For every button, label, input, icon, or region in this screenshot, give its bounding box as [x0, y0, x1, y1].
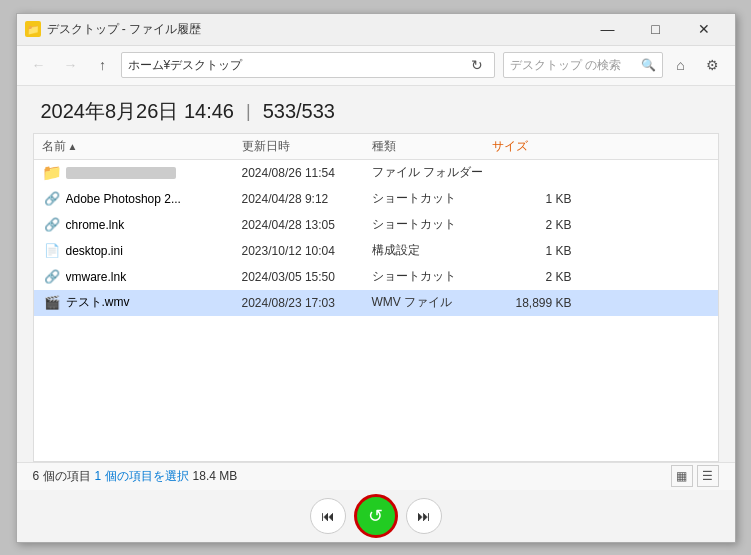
address-bar[interactable]: ホーム¥デスクトップ ↻	[121, 52, 495, 78]
file-name: desktop.ini	[66, 244, 242, 258]
wmv-icon: 🎬	[42, 293, 62, 313]
restore-button[interactable]: ↺	[354, 494, 398, 538]
column-name[interactable]: 名前 ▲	[42, 138, 242, 155]
shortcut-icon: 🔗	[42, 267, 62, 287]
view-details-button[interactable]: ▦	[671, 465, 693, 487]
file-type: ファイル フォルダー	[372, 164, 492, 181]
total-items: 6 個の項目	[33, 468, 91, 485]
sort-arrow: ▲	[68, 141, 78, 152]
status-left: 6 個の項目 1 個の項目を選択 18.4 MB	[33, 468, 238, 485]
table-row[interactable]: 🔗 chrome.lnk 2024/04/28 13:05 ショートカット 2 …	[34, 212, 718, 238]
title-bar: 📁 デスクトップ - ファイル履歴 — □ ✕	[17, 14, 735, 46]
settings-button[interactable]: ⚙	[699, 51, 727, 79]
nav-bar: ← → ↑ ホーム¥デスクトップ ↻ デスクトップ の検索 🔍 ⌂ ⚙	[17, 46, 735, 86]
table-row[interactable]: 📁 2024/08/26 11:54 ファイル フォルダー	[34, 160, 718, 186]
table-row[interactable]: 🔗 Adobe Photoshop 2... 2024/04/28 9:12 シ…	[34, 186, 718, 212]
file-size: 2 KB	[492, 270, 572, 284]
file-type: ショートカット	[372, 268, 492, 285]
title-bar-left: 📁 デスクトップ - ファイル履歴	[25, 21, 202, 38]
file-name: テスト.wmv	[66, 294, 242, 311]
maximize-button[interactable]: □	[633, 15, 679, 43]
file-size: 2 KB	[492, 218, 572, 232]
file-size: 1 KB	[492, 192, 572, 206]
column-size[interactable]: サイズ	[492, 138, 572, 155]
file-date: 2024/04/28 9:12	[242, 192, 372, 206]
file-type: ショートカット	[372, 216, 492, 233]
file-date: 2024/04/28 13:05	[242, 218, 372, 232]
folder-icon: 📁	[42, 163, 62, 183]
search-placeholder: デスクトップ の検索	[510, 57, 641, 74]
minimize-button[interactable]: —	[585, 15, 631, 43]
close-button[interactable]: ✕	[681, 15, 727, 43]
selected-items: 1 個の項目を選択	[95, 468, 189, 485]
file-name-blurred	[66, 167, 242, 179]
date-bar: 2024年8月26日 14:46 | 533/533	[17, 86, 735, 133]
column-date[interactable]: 更新日時	[242, 138, 372, 155]
shortcut-icon: 🔗	[42, 189, 62, 209]
file-name: chrome.lnk	[66, 218, 242, 232]
up-button[interactable]: ↑	[89, 51, 117, 79]
table-row[interactable]: 🔗 vmware.lnk 2024/03/05 15:50 ショートカット 2 …	[34, 264, 718, 290]
prev-button[interactable]: ⏮	[310, 498, 346, 534]
forward-button[interactable]: →	[57, 51, 85, 79]
file-name: Adobe Photoshop 2...	[66, 192, 242, 206]
table-row[interactable]: 📄 desktop.ini 2023/10/12 10:04 構成設定 1 KB	[34, 238, 718, 264]
file-count: 533/533	[263, 100, 335, 123]
table-row[interactable]: 🎬 テスト.wmv 2024/08/23 17:03 WMV ファイル 18,8…	[34, 290, 718, 316]
file-date: 2024/08/26 11:54	[242, 166, 372, 180]
file-type: 構成設定	[372, 242, 492, 259]
file-size: 1 KB	[492, 244, 572, 258]
title-bar-controls: — □ ✕	[585, 15, 727, 43]
file-type: WMV ファイル	[372, 294, 492, 311]
file-header: 名前 ▲ 更新日時 種類 サイズ	[34, 134, 718, 160]
shortcut-icon: 🔗	[42, 215, 62, 235]
file-area: 名前 ▲ 更新日時 種類 サイズ 📁 2024/08/26 11:54 ファイル…	[33, 133, 719, 462]
file-date: 2024/08/23 17:03	[242, 296, 372, 310]
column-type[interactable]: 種類	[372, 138, 492, 155]
ini-icon: 📄	[42, 241, 62, 261]
home-button[interactable]: ⌂	[667, 51, 695, 79]
window-title: デスクトップ - ファイル履歴	[47, 21, 202, 38]
date-display: 2024年8月26日 14:46	[41, 98, 234, 125]
window-icon: 📁	[25, 21, 41, 37]
main-window: 📁 デスクトップ - ファイル履歴 — □ ✕ ← → ↑ ホーム¥デスクトップ…	[16, 13, 736, 543]
selected-size: 18.4 MB	[193, 469, 238, 483]
file-size: 18,899 KB	[492, 296, 572, 310]
address-refresh-button[interactable]: ↻	[466, 54, 488, 76]
back-button[interactable]: ←	[25, 51, 53, 79]
bottom-controls: ⏮ ↺ ⏭	[17, 490, 735, 542]
file-date: 2024/03/05 15:50	[242, 270, 372, 284]
search-bar[interactable]: デスクトップ の検索 🔍	[503, 52, 663, 78]
file-list: 📁 2024/08/26 11:54 ファイル フォルダー 🔗 Adobe Ph…	[34, 160, 718, 461]
next-button[interactable]: ⏭	[406, 498, 442, 534]
status-right: ▦ ☰	[671, 465, 719, 487]
file-type: ショートカット	[372, 190, 492, 207]
date-separator: |	[246, 101, 251, 122]
status-bar: 6 個の項目 1 個の項目を選択 18.4 MB ▦ ☰	[17, 462, 735, 490]
view-list-button[interactable]: ☰	[697, 465, 719, 487]
address-text: ホーム¥デスクトップ	[128, 57, 466, 74]
file-name: vmware.lnk	[66, 270, 242, 284]
file-date: 2023/10/12 10:04	[242, 244, 372, 258]
search-button[interactable]: 🔍	[641, 58, 656, 72]
